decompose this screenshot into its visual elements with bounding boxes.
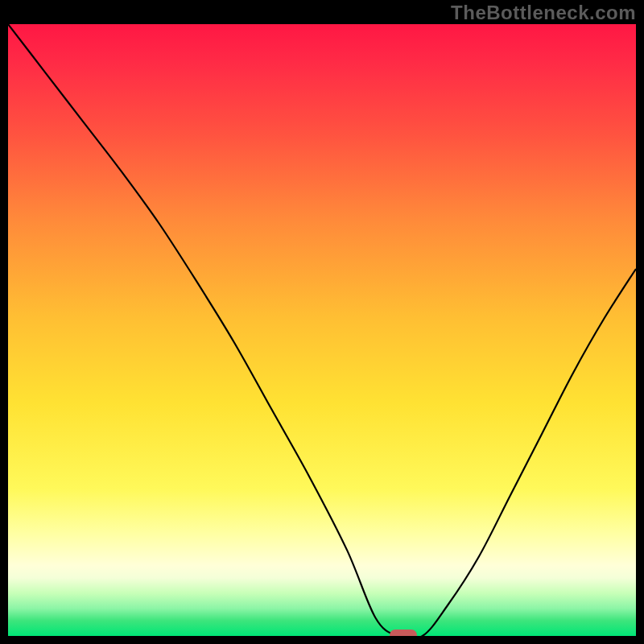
chart-frame: TheBottleneck.com [0, 0, 644, 644]
plot-area [8, 24, 636, 636]
gradient-background [8, 24, 636, 636]
chart-svg [8, 24, 636, 636]
watermark-text: TheBottleneck.com [451, 2, 636, 24]
